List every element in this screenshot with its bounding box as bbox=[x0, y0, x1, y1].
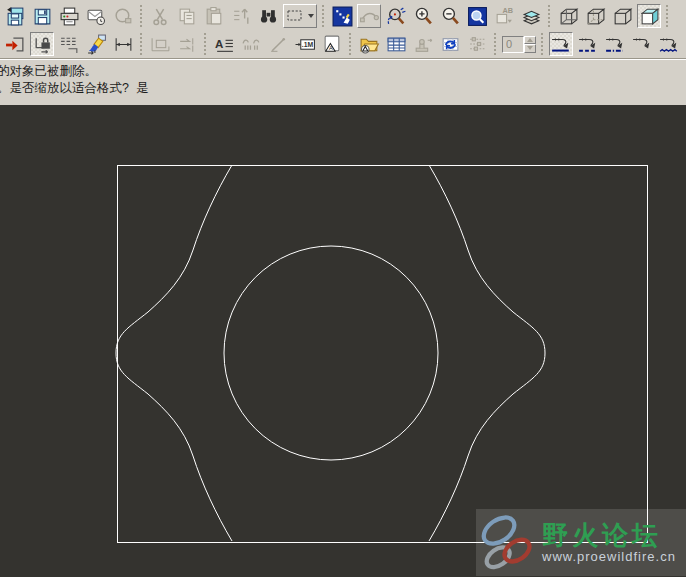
toolbar-separator bbox=[140, 5, 144, 27]
drawing-viewport[interactable] bbox=[0, 105, 686, 577]
text-align-button[interactable]: A bbox=[212, 32, 236, 56]
svg-text:A: A bbox=[215, 37, 224, 49]
table-button[interactable] bbox=[384, 32, 408, 56]
open-icon bbox=[5, 6, 26, 27]
leader-wavy-icon bbox=[659, 35, 679, 53]
dynamic-zoom-button[interactable] bbox=[384, 4, 408, 28]
page-setup-icon bbox=[86, 6, 107, 27]
open-button[interactable] bbox=[3, 4, 27, 28]
style-check-button[interactable]: A bbox=[320, 32, 344, 56]
leader-dashdot-button[interactable] bbox=[603, 32, 627, 56]
copy-icon bbox=[177, 6, 198, 27]
save-button[interactable] bbox=[30, 4, 54, 28]
cut-icon bbox=[150, 6, 171, 27]
trace-lock-button[interactable] bbox=[30, 32, 54, 56]
leader-solid-button[interactable] bbox=[549, 32, 573, 56]
dim-scale-icon: .1M bbox=[295, 34, 316, 55]
display-no-hidden-button[interactable] bbox=[610, 4, 634, 28]
option-list-button bbox=[465, 32, 489, 56]
format-brush-button[interactable] bbox=[84, 32, 108, 56]
leader-wavy-button[interactable] bbox=[657, 32, 681, 56]
find-button[interactable] bbox=[256, 4, 280, 28]
zoom-in-button[interactable] bbox=[411, 4, 435, 28]
layers-button[interactable] bbox=[519, 4, 543, 28]
cube-wireframe-icon bbox=[558, 6, 579, 27]
folder-annotation-icon bbox=[359, 34, 380, 55]
redraw-icon bbox=[332, 6, 353, 27]
dim-slash-button bbox=[266, 32, 290, 56]
dim-box-button bbox=[148, 32, 172, 56]
butterfly-logo-icon bbox=[476, 512, 540, 574]
toolbar-separator bbox=[349, 33, 353, 55]
line-settings-icon bbox=[59, 34, 80, 55]
zoom-out-button[interactable] bbox=[438, 4, 462, 28]
style-check-icon: A bbox=[322, 34, 343, 55]
find-icon bbox=[258, 6, 279, 27]
svg-text:AB: AB bbox=[502, 6, 513, 15]
cut-button bbox=[148, 4, 172, 28]
zoom-window-button[interactable] bbox=[465, 4, 489, 28]
dim-continue-button bbox=[175, 32, 199, 56]
display-hidden-line-button[interactable] bbox=[583, 4, 607, 28]
folder-annotation-button[interactable] bbox=[357, 32, 381, 56]
svg-text:A: A bbox=[328, 45, 332, 51]
message-line-1: 的对象已被删除。 bbox=[0, 63, 686, 80]
toolbar-separator bbox=[666, 5, 670, 27]
paste-button bbox=[202, 4, 226, 28]
print-icon bbox=[59, 6, 80, 27]
zoom-out-icon bbox=[440, 6, 461, 27]
border-rectangle[interactable] bbox=[117, 165, 647, 542]
leader-dashed-icon bbox=[578, 35, 598, 53]
cam-profile-left[interactable] bbox=[116, 165, 232, 541]
display-shaded-button[interactable] bbox=[637, 4, 661, 28]
redraw-button[interactable] bbox=[330, 4, 354, 28]
format-brush-icon bbox=[86, 34, 107, 55]
leader-plain-icon bbox=[632, 35, 652, 53]
message-area: 的对象已被删除。 。是否缩放以适合格式? 是 bbox=[0, 58, 686, 110]
dim-continue-icon bbox=[177, 34, 198, 55]
table-icon bbox=[386, 34, 407, 55]
stamp-button bbox=[411, 32, 435, 56]
spinner-up-button[interactable] bbox=[524, 36, 536, 45]
toolbar-separator bbox=[548, 5, 552, 27]
watermark-url: www.proewildfire.cn bbox=[542, 549, 676, 564]
zoom-window-icon bbox=[467, 6, 488, 27]
label-ab-button: AB bbox=[492, 4, 516, 28]
save-icon bbox=[32, 6, 53, 27]
dim-box-icon bbox=[150, 34, 171, 55]
toolbar-dimension: A bbox=[0, 30, 686, 58]
drawing-canvas[interactable]: 野火论坛 www.proewildfire.cn bbox=[0, 105, 686, 577]
toolbar-separator bbox=[494, 33, 498, 55]
toolbar-separator bbox=[322, 5, 326, 27]
leader-dashed-button[interactable] bbox=[576, 32, 600, 56]
pick-entity-button[interactable] bbox=[3, 32, 27, 56]
arrange-button bbox=[229, 4, 253, 28]
spinner-down-button[interactable] bbox=[524, 44, 536, 53]
display-wireframe-button[interactable] bbox=[556, 4, 580, 28]
link-button bbox=[111, 4, 135, 28]
leader-plain-button[interactable] bbox=[630, 32, 654, 56]
select-marquee-button[interactable] bbox=[283, 4, 317, 28]
pick-entity-icon bbox=[5, 34, 26, 55]
dimension-value-spinner bbox=[502, 36, 536, 53]
spinner-input[interactable] bbox=[502, 36, 524, 53]
print-button[interactable] bbox=[57, 4, 81, 28]
toolbar-separator bbox=[204, 33, 208, 55]
arrow-up-icon bbox=[527, 38, 533, 42]
cube-no-hidden-icon bbox=[612, 6, 633, 27]
table-refresh-button[interactable] bbox=[438, 32, 462, 56]
center-circle[interactable] bbox=[224, 246, 438, 460]
dim-horizontal-button[interactable] bbox=[111, 32, 135, 56]
node-edit-button bbox=[357, 4, 381, 28]
dim-scale-button[interactable]: .1M bbox=[293, 32, 317, 56]
line-settings-button[interactable] bbox=[57, 32, 81, 56]
cam-profile-right[interactable] bbox=[429, 165, 545, 541]
arrange-icon bbox=[231, 6, 252, 27]
page-setup-button[interactable] bbox=[84, 4, 108, 28]
text-align-icon: A bbox=[214, 34, 235, 55]
toolbar-separator bbox=[140, 33, 144, 55]
table-refresh-icon bbox=[440, 34, 461, 55]
dim-edit-icon bbox=[241, 34, 262, 55]
watermark: 野火论坛 www.proewildfire.cn bbox=[476, 509, 686, 576]
arrow-down-icon bbox=[527, 46, 533, 50]
